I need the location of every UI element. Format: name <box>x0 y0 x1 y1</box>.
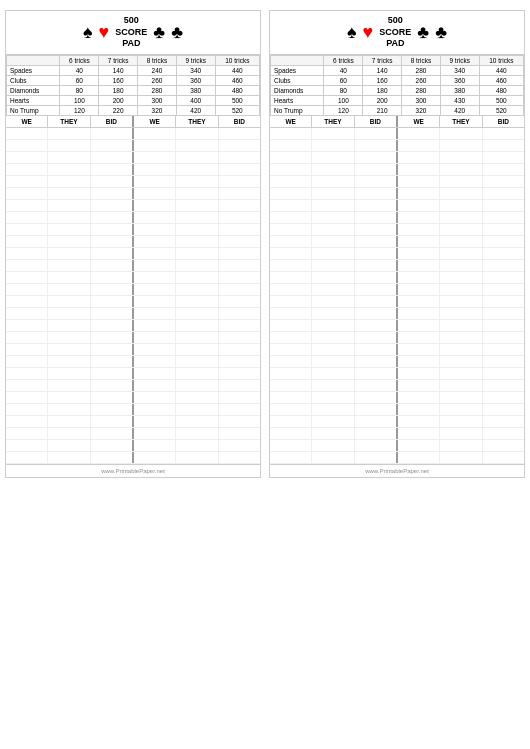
score-cell[interactable] <box>6 296 48 307</box>
score-cell[interactable] <box>312 284 354 295</box>
score-cell[interactable] <box>398 356 440 367</box>
score-cell[interactable] <box>6 332 48 343</box>
score-cell[interactable] <box>483 440 524 451</box>
score-cell[interactable] <box>176 164 218 175</box>
score-cell[interactable] <box>440 332 482 343</box>
score-cell[interactable] <box>483 188 524 199</box>
score-cell[interactable] <box>219 404 260 415</box>
score-cell[interactable] <box>219 248 260 259</box>
score-cell[interactable] <box>176 392 218 403</box>
score-cell[interactable] <box>91 164 134 175</box>
score-cell[interactable] <box>91 212 134 223</box>
score-cell[interactable] <box>91 308 134 319</box>
score-cell[interactable] <box>355 284 398 295</box>
score-cell[interactable] <box>134 392 176 403</box>
score-cell[interactable] <box>398 260 440 271</box>
score-cell[interactable] <box>483 416 524 427</box>
score-cell[interactable] <box>355 188 398 199</box>
score-cell[interactable] <box>91 236 134 247</box>
score-cell[interactable] <box>6 188 48 199</box>
score-cell[interactable] <box>355 200 398 211</box>
score-cell[interactable] <box>312 212 354 223</box>
score-cell[interactable] <box>134 368 176 379</box>
score-cell[interactable] <box>219 344 260 355</box>
score-cell[interactable] <box>176 224 218 235</box>
score-cell[interactable] <box>48 176 90 187</box>
score-cell[interactable] <box>398 272 440 283</box>
score-cell[interactable] <box>48 380 90 391</box>
score-cell[interactable] <box>483 320 524 331</box>
score-cell[interactable] <box>134 212 176 223</box>
score-cell[interactable] <box>176 296 218 307</box>
score-cell[interactable] <box>91 296 134 307</box>
score-cell[interactable] <box>398 440 440 451</box>
score-cell[interactable] <box>176 368 218 379</box>
score-cell[interactable] <box>270 392 312 403</box>
score-cell[interactable] <box>176 152 218 163</box>
score-cell[interactable] <box>312 236 354 247</box>
score-cell[interactable] <box>355 392 398 403</box>
score-cell[interactable] <box>91 128 134 139</box>
score-cell[interactable] <box>312 428 354 439</box>
score-cell[interactable] <box>6 128 48 139</box>
score-cell[interactable] <box>219 440 260 451</box>
score-cell[interactable] <box>134 344 176 355</box>
score-cell[interactable] <box>219 188 260 199</box>
score-cell[interactable] <box>312 248 354 259</box>
score-cell[interactable] <box>398 188 440 199</box>
score-cell[interactable] <box>134 224 176 235</box>
score-cell[interactable] <box>219 200 260 211</box>
score-cell[interactable] <box>270 404 312 415</box>
score-cell[interactable] <box>91 332 134 343</box>
score-cell[interactable] <box>270 284 312 295</box>
score-cell[interactable] <box>398 416 440 427</box>
score-cell[interactable] <box>6 212 48 223</box>
score-cell[interactable] <box>440 392 482 403</box>
score-cell[interactable] <box>91 392 134 403</box>
score-cell[interactable] <box>48 284 90 295</box>
score-cell[interactable] <box>91 260 134 271</box>
score-cell[interactable] <box>176 212 218 223</box>
score-cell[interactable] <box>398 224 440 235</box>
score-cell[interactable] <box>48 164 90 175</box>
score-cell[interactable] <box>91 368 134 379</box>
score-cell[interactable] <box>176 356 218 367</box>
score-cell[interactable] <box>483 140 524 151</box>
score-cell[interactable] <box>134 272 176 283</box>
score-cell[interactable] <box>355 176 398 187</box>
score-cell[interactable] <box>355 224 398 235</box>
score-cell[interactable] <box>440 140 482 151</box>
score-cell[interactable] <box>48 296 90 307</box>
score-cell[interactable] <box>48 356 90 367</box>
score-cell[interactable] <box>48 200 90 211</box>
score-cell[interactable] <box>483 332 524 343</box>
score-cell[interactable] <box>48 152 90 163</box>
score-cell[interactable] <box>6 356 48 367</box>
score-cell[interactable] <box>176 188 218 199</box>
score-cell[interactable] <box>48 140 90 151</box>
score-cell[interactable] <box>440 356 482 367</box>
score-cell[interactable] <box>483 128 524 139</box>
score-cell[interactable] <box>440 368 482 379</box>
score-cell[interactable] <box>440 236 482 247</box>
score-cell[interactable] <box>312 164 354 175</box>
score-cell[interactable] <box>219 320 260 331</box>
score-cell[interactable] <box>270 272 312 283</box>
score-cell[interactable] <box>355 452 398 463</box>
score-cell[interactable] <box>6 272 48 283</box>
score-cell[interactable] <box>440 260 482 271</box>
score-cell[interactable] <box>440 308 482 319</box>
score-cell[interactable] <box>355 260 398 271</box>
score-cell[interactable] <box>134 128 176 139</box>
score-cell[interactable] <box>134 188 176 199</box>
score-cell[interactable] <box>176 128 218 139</box>
score-cell[interactable] <box>219 152 260 163</box>
score-cell[interactable] <box>483 260 524 271</box>
score-cell[interactable] <box>312 200 354 211</box>
score-cell[interactable] <box>91 416 134 427</box>
score-cell[interactable] <box>270 308 312 319</box>
score-cell[interactable] <box>398 164 440 175</box>
score-cell[interactable] <box>176 440 218 451</box>
score-cell[interactable] <box>355 428 398 439</box>
score-cell[interactable] <box>398 392 440 403</box>
